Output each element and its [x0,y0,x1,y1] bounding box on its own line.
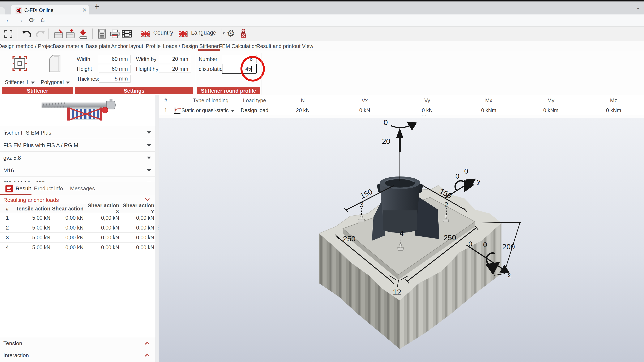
dim-250-left: 250 [343,234,356,243]
report-film-icon[interactable] [121,29,132,38]
tab-base-plate[interactable]: Base plate [86,43,110,49]
tab-messages[interactable]: Messages [70,185,95,192]
dropdown-value: M16 [3,167,14,174]
mx-value: 0 kNm [481,107,496,113]
stiffener-shape-icon[interactable] [11,55,28,72]
zero-vx: 0 [468,240,472,248]
calculator-icon[interactable] [97,29,106,39]
tab-close-icon[interactable]: ✕ [82,7,87,13]
chevron-down-icon [147,157,151,159]
round-profile-tube[interactable] [380,177,420,233]
height-h2-field[interactable]: 20 mm [159,65,191,73]
width-field[interactable]: 60 mm [98,55,130,63]
table-row[interactable]: 3 5,00 kN 0,00 kN 0,00 kN 0,00 kN [0,233,155,242]
fullscreen-icon[interactable] [4,30,12,38]
tab-stiffener[interactable]: Stiffener [199,43,219,49]
tab-base-material[interactable]: Base material [53,43,85,49]
stiffener-type-select[interactable]: Polygonal [38,79,72,85]
browser-tab[interactable]: C-FIX Online ✕ [11,4,89,16]
undo-icon[interactable] [22,29,32,39]
tab-product-info[interactable]: Product info [34,185,63,192]
tab-view[interactable]: View [302,43,313,49]
tab-result-printout[interactable]: Result and printout [256,43,300,49]
col-num: # [164,97,167,104]
height-field[interactable]: 80 mm [98,65,130,73]
divider-handle[interactable]: ⋮ [156,226,158,228]
col-tensile: Tensile action [15,206,50,212]
section-tension[interactable]: Tension [0,337,155,349]
polygonal-shape-icon[interactable] [46,54,63,73]
tab-anchor-layout[interactable]: Anchor layout [111,43,143,49]
anchor-profile-icon[interactable] [240,29,247,39]
col-shear-x: Shear action X [84,202,119,215]
forward-icon[interactable]: → [17,16,24,24]
dropdown-value: fischer FIS EM Plus [3,130,51,136]
chevron-up-icon [145,354,150,359]
country-selector[interactable]: Country ▾ [141,29,182,37]
table-row[interactable]: 4 5,00 kN 0,00 kN 0,00 kN 0,00 kN [0,242,155,252]
tab-title: C-FIX Online [24,7,54,13]
settings-gear-icon[interactable]: ⚙ [227,28,235,38]
tab-design-method[interactable]: Design method / Project [0,43,54,49]
anchor-2-label: 2 [444,201,448,208]
result-report-icon [6,185,13,192]
toolbar-separator [136,28,136,39]
open-project-icon[interactable] [66,29,76,39]
col-n: N [301,97,305,104]
thickness-field[interactable]: 5 mm [98,75,130,83]
language-selector[interactable]: Language ▾ [179,29,225,37]
sidebar-tab-strip: Result Product info Messages [0,182,155,195]
product-sidebar: fischer FIS EM Plus FIS EM Plus with FIS… [0,95,155,362]
app-toolbar: Country ▾ Language ▾ ⚙ [0,27,644,41]
chevron-down-icon [231,110,234,112]
cfix-rotation-label: cfix.rotation [199,66,226,72]
stiffener-select[interactable]: Stiffener 1 [3,79,37,85]
dropdown-product-variant[interactable]: FIS EM Plus with FIS A / RG M [0,139,155,152]
toolbar-separator [92,28,93,39]
chevron-up-icon [145,342,150,347]
new-project-icon[interactable] [54,29,64,39]
tab-profile[interactable]: Profile [146,43,161,49]
width-b2-field[interactable]: 20 mm [159,55,191,63]
tab-loads-design[interactable]: Loads / Design [163,43,198,49]
back-icon[interactable]: ← [5,16,12,24]
static-load-icon [174,107,181,114]
height-label: Height [77,66,92,72]
home-icon[interactable]: ⌂ [41,16,45,23]
chevron-down-icon [147,169,151,172]
save-icon[interactable] [78,29,88,39]
print-icon[interactable] [110,29,120,39]
panel-divider[interactable]: ⋮ [155,95,159,362]
fischer-favicon [16,7,22,14]
dropdown-value: FIS EM Plus with FIS A / RG M [3,142,78,149]
col-vx: Vx [362,97,368,104]
tab-fem-calculation[interactable]: FEM Calculation [219,43,257,49]
anchor-3-label: 3 [360,201,364,208]
col-mz: Mz [610,97,617,104]
viewport-3d[interactable]: 20 0 150 150 3 2 4 250 250 12 200 y x 0 … [159,118,644,362]
dropdown-product-family[interactable]: fischer FIS EM Plus [0,126,155,139]
type-of-loading-select[interactable]: Static or quasi-static [181,107,234,113]
group-footer-stiffener: Stiffener [2,87,73,94]
toolbar-separator [48,28,49,39]
tab-result[interactable]: Result [16,185,31,192]
section-interaction[interactable]: Interaction [0,349,155,362]
reload-icon[interactable]: ⟳ [29,16,34,24]
product-image [36,97,120,125]
dropdown-steel-grade[interactable]: gvz 5.8 [0,152,155,164]
group-footer-round-profile: Stiffener round profile [197,87,260,94]
col-type-of-loading: Type of loading [193,97,228,104]
col-shear-y: Shear action Y [119,202,154,215]
tab-search-chevron-icon[interactable]: ⌄ [636,3,641,10]
new-tab-icon[interactable]: + [94,2,99,11]
toolbar-separator [18,28,18,39]
col-my: My [547,97,554,104]
dropdown-size[interactable]: M16 [0,164,155,177]
col-load-type: Load type [243,97,266,104]
redo-icon[interactable] [35,29,45,39]
section-label: Tension [3,340,22,347]
height-h2-label: Height h2 [136,66,158,73]
table-row[interactable]: 2 5,00 kN 0,00 kN 0,00 kN 0,00 kN [0,223,155,233]
chevron-down-icon [66,82,70,84]
table-viewport-splitter[interactable]: ⋯ [159,115,644,118]
